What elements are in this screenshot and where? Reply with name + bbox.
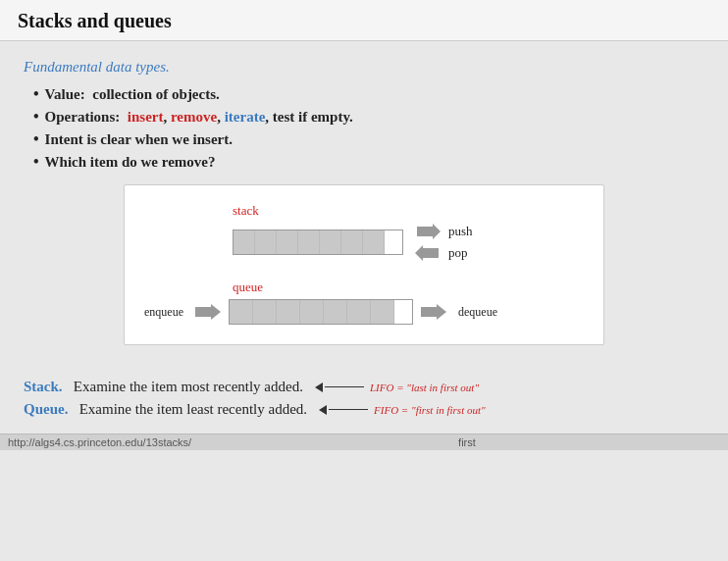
list-item: Value: collection of objects. bbox=[33, 85, 704, 103]
pop-label: pop bbox=[448, 245, 468, 261]
bottom-section: Stack. Examine the item most recently ad… bbox=[0, 369, 728, 434]
stack-keyword: Stack. bbox=[24, 379, 63, 394]
stack-cells bbox=[233, 230, 403, 255]
page: Stacks and queues Fundamental data types… bbox=[0, 0, 728, 450]
remove-text: remove bbox=[171, 109, 217, 125]
enqueue-arrow-icon bbox=[193, 303, 223, 321]
list-item: Operations: insert, remove, iterate, tes… bbox=[33, 108, 704, 126]
queue-cells bbox=[229, 299, 413, 325]
footer-first: first bbox=[458, 436, 476, 448]
queue-keyword: Queue. bbox=[24, 401, 68, 417]
pop-icon bbox=[413, 244, 442, 262]
push-icon bbox=[413, 223, 442, 240]
stack-cell bbox=[320, 230, 341, 254]
stack-cell bbox=[341, 230, 363, 254]
queue-description: Examine the item least recently added. bbox=[72, 401, 307, 417]
fifo-arrowhead-icon bbox=[319, 405, 327, 415]
list-item-text: Value: collection of objects. bbox=[45, 86, 220, 103]
stack-arrows: push pop bbox=[413, 223, 473, 262]
main-content: Fundamental data types. Value: collectio… bbox=[0, 41, 728, 369]
svg-marker-0 bbox=[417, 224, 441, 239]
queue-cell bbox=[394, 300, 412, 324]
list-item-text: Intent is clear when we insert. bbox=[45, 131, 233, 148]
lifo-arrow: LIFO = "last in first out" bbox=[315, 382, 479, 393]
list-item: Which item do we remove? bbox=[33, 153, 704, 171]
enqueue-label: enqueue bbox=[144, 305, 183, 320]
fifo-arrow: FIFO = "first in first out" bbox=[319, 404, 486, 416]
url-text: http://algs4.cs.princeton.edu/13stacks/ bbox=[8, 436, 191, 448]
list-item-text: Operations: insert, remove, iterate, tes… bbox=[45, 109, 353, 126]
queue-bottom-text: Queue. Examine the item least recently a… bbox=[24, 401, 307, 418]
stack-cell bbox=[255, 230, 277, 254]
svg-marker-3 bbox=[421, 304, 446, 320]
svg-marker-2 bbox=[195, 304, 221, 320]
dequeue-label: dequeue bbox=[458, 305, 497, 320]
stack-section: stack bbox=[144, 203, 584, 262]
stack-cell bbox=[298, 230, 320, 254]
queue-row: enqueue bbox=[144, 299, 584, 325]
lifo-line bbox=[325, 386, 364, 387]
stack-cell bbox=[385, 230, 402, 254]
list-item: Intent is clear when we insert. bbox=[33, 130, 704, 148]
pop-arrow-row: pop bbox=[413, 244, 473, 262]
push-label: push bbox=[448, 224, 473, 239]
diagram-box: stack bbox=[124, 184, 604, 345]
page-title: Stacks and queues bbox=[18, 10, 710, 32]
list-item-text: Which item do we remove? bbox=[45, 154, 216, 171]
queue-cell bbox=[277, 300, 300, 324]
queue-cell bbox=[230, 300, 253, 324]
queue-cell bbox=[300, 300, 324, 324]
url-bar: http://algs4.cs.princeton.edu/13stacks/ … bbox=[0, 434, 728, 450]
stack-cell bbox=[234, 230, 255, 254]
insert-text: insert bbox=[128, 109, 164, 125]
lifo-arrowhead-icon bbox=[315, 382, 323, 392]
svg-marker-1 bbox=[415, 245, 439, 261]
queue-bottom-row: Queue. Examine the item least recently a… bbox=[24, 401, 704, 418]
queue-section: queue enqueue bbox=[144, 280, 584, 325]
stack-row: push pop bbox=[233, 223, 584, 262]
lifo-text: LIFO = "last in first out" bbox=[370, 382, 479, 393]
queue-cell bbox=[253, 300, 277, 324]
stack-label: stack bbox=[233, 203, 584, 219]
section-heading: Fundamental data types. bbox=[24, 59, 704, 76]
stack-bottom-text: Stack. Examine the item most recently ad… bbox=[24, 379, 303, 395]
stack-cell bbox=[363, 230, 385, 254]
queue-cell bbox=[371, 300, 394, 324]
iterate-text: iterate bbox=[225, 109, 266, 125]
stack-cell bbox=[277, 230, 298, 254]
fifo-text: FIFO = "first in first out" bbox=[374, 404, 486, 416]
queue-cell bbox=[324, 300, 347, 324]
queue-label: queue bbox=[233, 280, 584, 295]
dequeue-arrow-icon bbox=[419, 303, 448, 321]
bullet-list: Value: collection of objects. Operations… bbox=[33, 85, 704, 171]
push-arrow-row: push bbox=[413, 223, 473, 240]
stack-bottom-row: Stack. Examine the item most recently ad… bbox=[24, 379, 704, 395]
stack-description: Examine the item most recently added. bbox=[66, 379, 303, 394]
title-bar: Stacks and queues bbox=[0, 0, 728, 41]
queue-cell bbox=[347, 300, 371, 324]
fifo-line bbox=[329, 409, 368, 410]
